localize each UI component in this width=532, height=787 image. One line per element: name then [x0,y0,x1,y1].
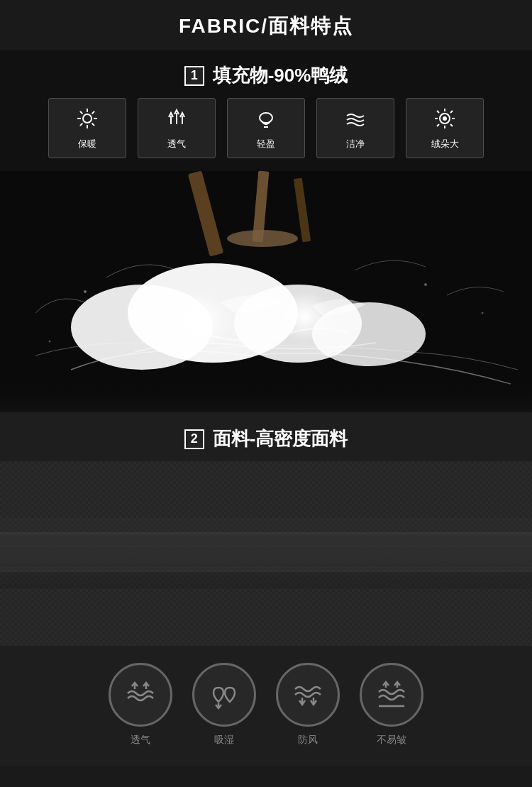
page-wrapper: FABRIC/面料特点 1 填充物-90%鸭绒 [0,0,532,766]
feature-icons-row1: 保暖 透气 [0,98,532,171]
warmth-label: 保暖 [78,138,96,150]
svg-point-38 [49,341,51,343]
feature2-windproof: 防风 [276,663,340,747]
feature2-wrinkle: 不易皱 [360,663,423,747]
svg-line-6 [92,123,95,126]
clean-label: 洁净 [346,138,365,150]
feature-clean: 洁净 [316,98,394,158]
header-title: FABRIC/面料特点 [0,13,532,40]
svg-line-8 [80,123,83,126]
section2-title: 面料-高密度面料 [213,426,348,451]
svg-point-35 [84,290,87,293]
windproof-label: 防风 [298,734,318,747]
light-label: 轻盈 [257,138,275,150]
windproof-icon-circle [276,663,340,727]
svg-point-23 [443,116,447,121]
svg-line-20 [450,124,453,126]
svg-line-22 [437,124,439,126]
svg-point-28 [227,230,298,247]
feature-fluffy: 绒朵大 [406,98,484,158]
svg-point-37 [482,312,484,314]
section2: 2 面料-高密度面料 [0,412,532,766]
section2-header: 2 面料-高密度面料 [0,412,532,461]
feature-light: 轻盈 [227,98,305,158]
fluffy-icon [433,107,456,133]
svg-point-36 [424,283,427,286]
svg-line-5 [80,111,83,114]
section1-badge: 1 [184,66,204,86]
svg-point-0 [83,114,92,123]
breathable-label: 透气 [167,138,186,150]
light-icon [255,107,277,133]
svg-rect-47 [0,518,532,589]
fabric-image [0,461,532,646]
moisture-label: 吸湿 [214,734,234,747]
feature2-moisture: 吸湿 [192,663,256,747]
wrinkle-label: 不易皱 [377,734,406,747]
feather-image [0,171,532,412]
breathable-icon [165,107,188,133]
breathable2-icon-circle [109,663,172,727]
svg-rect-39 [0,377,532,412]
svg-line-21 [450,111,453,113]
warmth-icon [76,107,99,133]
moisture-icon-circle [192,663,256,727]
svg-line-7 [92,111,95,114]
section1-header: 1 填充物-90%鸭绒 [0,50,532,98]
fluffy-label: 绒朵大 [431,138,459,150]
svg-point-33 [163,292,234,348]
wrinkle-icon-circle [360,663,423,727]
feature-breathable: 透气 [138,98,216,158]
clean-icon [344,107,367,133]
section2-badge: 2 [184,429,204,449]
section1: 1 填充物-90%鸭绒 [0,50,532,412]
svg-line-19 [437,111,439,113]
feature-icons-row2: 透气 吸湿 [0,646,532,766]
feature-warmth: 保暖 [48,98,126,158]
breathable2-label: 透气 [131,734,150,747]
header-section: FABRIC/面料特点 [0,0,532,50]
feature2-breathable: 透气 [109,663,172,747]
svg-point-12 [260,113,272,123]
section1-title: 填充物-90%鸭绒 [213,63,348,88]
